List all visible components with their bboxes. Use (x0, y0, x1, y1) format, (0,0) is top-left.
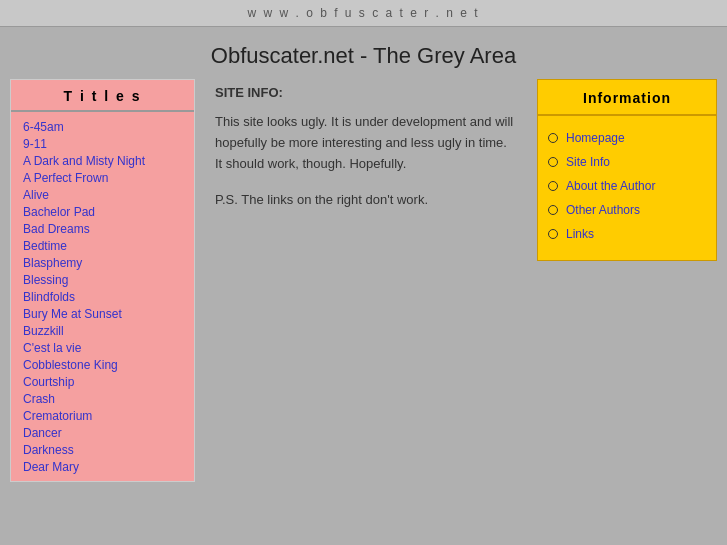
header-url: w w w . o b f u s c a t e r . n e t (247, 6, 479, 20)
title-link[interactable]: A Perfect Frown (23, 171, 108, 185)
titles-list-container[interactable]: 6-45am9-11A Dark and Misty NightA Perfec… (11, 112, 194, 481)
title-link[interactable]: Courtship (23, 375, 74, 389)
titles-panel: T i t l e s 6-45am9-11A Dark and Misty N… (10, 79, 195, 482)
list-item: Buzzkill (23, 322, 194, 339)
list-item: Blessing (23, 271, 194, 288)
title-link[interactable]: Buzzkill (23, 324, 64, 338)
title-link[interactable]: Blindfolds (23, 290, 75, 304)
title-link[interactable]: Blasphemy (23, 256, 82, 270)
content-area: SITE INFO: This site looks ugly. It is u… (205, 79, 527, 379)
list-item: A Dark and Misty Night (23, 152, 194, 169)
title-link[interactable]: A Dark and Misty Night (23, 154, 145, 168)
titles-header: T i t l e s (11, 80, 194, 112)
list-item: Bedtime (23, 237, 194, 254)
info-links: HomepageSite InfoAbout the AuthorOther A… (538, 116, 716, 246)
main-layout: T i t l e s 6-45am9-11A Dark and Misty N… (0, 79, 727, 492)
list-item: 9-11 (23, 135, 194, 152)
list-item: Alive (23, 186, 194, 203)
site-info-label: SITE INFO: (215, 85, 517, 100)
title-link[interactable]: Cobblestone King (23, 358, 118, 372)
title-link[interactable]: 9-11 (23, 137, 47, 151)
title-link[interactable]: Alive (23, 188, 49, 202)
list-item: Crash (23, 390, 194, 407)
site-info-text: This site looks ugly. It is under develo… (215, 112, 517, 174)
list-item: Darkness (23, 441, 194, 458)
info-header: Information (538, 80, 716, 116)
info-link[interactable]: Links (566, 227, 594, 241)
title-link[interactable]: Crematorium (23, 409, 92, 423)
info-link[interactable]: Site Info (566, 155, 610, 169)
bullet-icon (548, 157, 558, 167)
title-link[interactable]: Blessing (23, 273, 68, 287)
info-link-item: About the Author (548, 174, 706, 198)
titles-list: 6-45am9-11A Dark and Misty NightA Perfec… (11, 112, 194, 481)
title-link[interactable]: Dancer (23, 426, 62, 440)
page-title: Obfuscater.net - The Grey Area (0, 27, 727, 79)
title-link[interactable]: Bad Dreams (23, 222, 90, 236)
title-link[interactable]: Dear Mary (23, 460, 79, 474)
list-item: C'est la vie (23, 339, 194, 356)
list-item: A Perfect Frown (23, 169, 194, 186)
title-link[interactable]: Bury Me at Sunset (23, 307, 122, 321)
title-link[interactable]: 6-45am (23, 120, 64, 134)
list-item: Cobblestone King (23, 356, 194, 373)
title-link[interactable]: Bachelor Pad (23, 205, 95, 219)
info-link-item: Site Info (548, 150, 706, 174)
list-item: Blasphemy (23, 254, 194, 271)
list-item: Dear Mary (23, 458, 194, 475)
list-item: Bachelor Pad (23, 203, 194, 220)
title-link[interactable]: C'est la vie (23, 341, 81, 355)
info-link-item: Links (548, 222, 706, 246)
info-panel: Information HomepageSite InfoAbout the A… (537, 79, 717, 261)
info-link[interactable]: Other Authors (566, 203, 640, 217)
list-item: Courtship (23, 373, 194, 390)
list-item: Bad Dreams (23, 220, 194, 237)
info-link[interactable]: Homepage (566, 131, 625, 145)
bullet-icon (548, 205, 558, 215)
header-bar: w w w . o b f u s c a t e r . n e t (0, 0, 727, 27)
title-link[interactable]: Crash (23, 392, 55, 406)
info-link-item: Homepage (548, 126, 706, 150)
bullet-icon (548, 181, 558, 191)
bullet-icon (548, 229, 558, 239)
list-item: Bury Me at Sunset (23, 305, 194, 322)
list-item: Crematorium (23, 407, 194, 424)
title-link[interactable]: Darkness (23, 443, 74, 457)
list-item: Dancer (23, 424, 194, 441)
list-item: Blindfolds (23, 288, 194, 305)
title-link[interactable]: Bedtime (23, 239, 67, 253)
info-link[interactable]: About the Author (566, 179, 655, 193)
ps-text: P.S. The links on the right don't work. (215, 190, 517, 211)
info-link-item: Other Authors (548, 198, 706, 222)
list-item: 6-45am (23, 118, 194, 135)
bullet-icon (548, 133, 558, 143)
